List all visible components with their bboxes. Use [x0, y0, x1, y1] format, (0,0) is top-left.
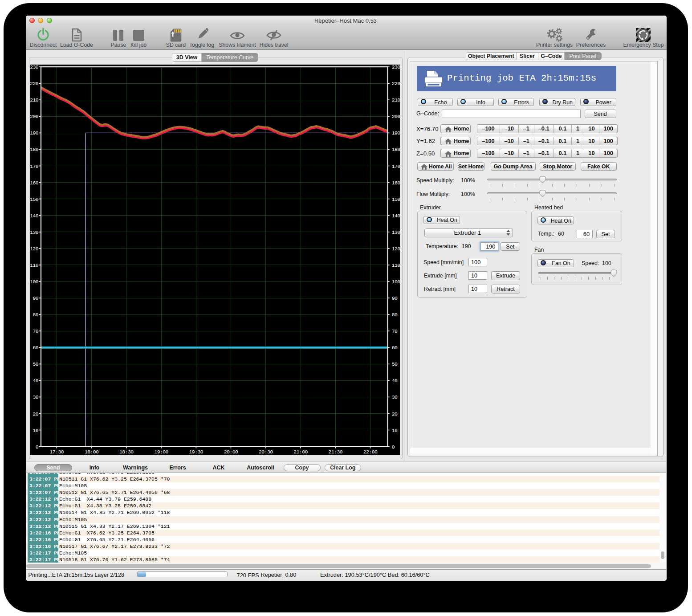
svg-text:22:00: 22:00 [363, 449, 378, 455]
svg-text:17:30: 17:30 [50, 449, 64, 455]
svg-text:21:00: 21:00 [293, 449, 308, 455]
svg-text:10: 10 [33, 428, 38, 433]
svg-text:160: 160 [30, 180, 39, 186]
svg-text:180: 180 [30, 147, 39, 152]
svg-text:70: 70 [392, 329, 398, 334]
svg-text:120: 120 [30, 246, 39, 252]
svg-text:21:30: 21:30 [329, 449, 343, 455]
svg-text:230: 230 [392, 65, 400, 70]
svg-text:100: 100 [392, 279, 400, 285]
svg-text:90: 90 [33, 296, 38, 301]
svg-text:18:30: 18:30 [119, 449, 134, 455]
svg-text:70: 70 [33, 329, 38, 334]
svg-text:60: 60 [33, 345, 38, 351]
svg-text:0: 0 [392, 445, 395, 450]
svg-text:60: 60 [392, 345, 398, 351]
svg-text:110: 110 [392, 263, 400, 268]
svg-text:130: 130 [392, 230, 400, 235]
svg-text:18:00: 18:00 [85, 449, 99, 455]
svg-text:210: 210 [392, 98, 400, 103]
svg-text:19:00: 19:00 [154, 449, 168, 455]
svg-text:50: 50 [33, 362, 38, 367]
svg-text:160: 160 [392, 180, 400, 186]
svg-text:150: 150 [30, 197, 39, 202]
svg-text:40: 40 [392, 378, 398, 383]
svg-text:20:00: 20:00 [224, 449, 238, 455]
svg-text:150: 150 [392, 197, 400, 202]
svg-text:30: 30 [33, 395, 38, 400]
svg-text:20: 20 [392, 412, 398, 417]
svg-text:220: 220 [392, 81, 400, 86]
svg-text:200: 200 [392, 114, 400, 119]
svg-text:200: 200 [30, 114, 39, 119]
svg-text:140: 140 [30, 213, 39, 219]
svg-text:110: 110 [30, 263, 39, 268]
svg-text:140: 140 [392, 213, 400, 219]
svg-text:80: 80 [392, 312, 398, 318]
svg-text:170: 170 [30, 164, 39, 169]
svg-text:190: 190 [392, 131, 400, 136]
svg-text:10: 10 [392, 428, 398, 433]
svg-text:220: 220 [30, 81, 39, 86]
svg-text:20:30: 20:30 [259, 449, 273, 455]
svg-text:0: 0 [36, 445, 39, 450]
svg-text:20: 20 [33, 412, 38, 417]
svg-text:100: 100 [30, 279, 39, 285]
svg-text:80: 80 [33, 312, 38, 318]
svg-text:190: 190 [30, 131, 39, 136]
svg-text:130: 130 [30, 230, 39, 235]
svg-text:120: 120 [392, 246, 400, 252]
svg-text:230: 230 [30, 65, 39, 70]
svg-text:170: 170 [392, 164, 400, 169]
svg-text:50: 50 [392, 362, 398, 367]
svg-text:30: 30 [392, 395, 398, 400]
svg-text:180: 180 [392, 147, 400, 152]
svg-text:40: 40 [33, 378, 38, 383]
svg-text:210: 210 [30, 98, 39, 103]
svg-text:90: 90 [392, 296, 398, 301]
svg-text:19:30: 19:30 [189, 449, 204, 455]
